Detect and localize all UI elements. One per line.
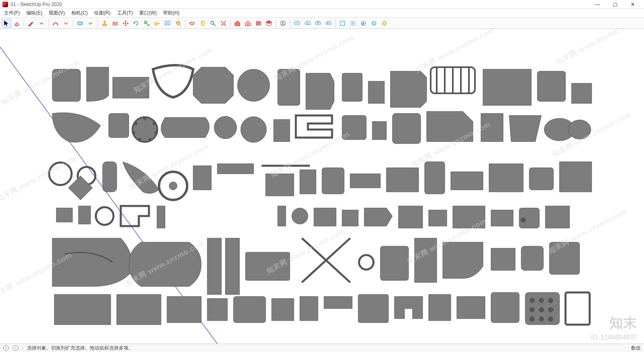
svg-rect-21 (368, 81, 384, 103)
close-button[interactable]: ✕ (624, 0, 642, 9)
svg-rect-10 (341, 21, 345, 25)
svg-rect-62 (529, 168, 553, 190)
svg-rect-43 (342, 115, 366, 140)
svg-point-103 (548, 307, 553, 312)
svg-rect-45 (392, 113, 421, 144)
settings-tool-2[interactable] (380, 19, 389, 28)
warehouse-share-tool[interactable] (243, 19, 253, 28)
menu-file[interactable]: 文件(F) (2, 9, 22, 17)
svg-rect-56 (266, 174, 294, 196)
menu-window[interactable]: 窗口(W) (137, 9, 159, 17)
shape-dropdown[interactable] (86, 19, 95, 28)
svg-rect-94 (429, 294, 451, 321)
toolbar-separator (24, 19, 24, 27)
menu-draw[interactable]: 绘图(R) (92, 9, 113, 17)
toolbar-separator (335, 19, 336, 27)
svg-point-48 (568, 120, 591, 139)
offset-tool[interactable] (110, 19, 120, 28)
orbit-tool[interactable] (187, 19, 197, 28)
svg-rect-90 (272, 298, 294, 321)
svg-rect-77 (207, 238, 221, 294)
toolbar-separator (97, 19, 98, 27)
svg-rect-57 (300, 170, 316, 194)
info-icon[interactable]: ? (3, 345, 9, 351)
main-toolbar: A1 (0, 18, 644, 29)
maximize-button[interactable]: ▢ (606, 0, 624, 9)
shape-tool[interactable] (75, 19, 85, 28)
warehouse-tool[interactable] (233, 19, 242, 28)
help-icon[interactable]: i (13, 345, 19, 351)
svg-rect-42 (274, 119, 290, 142)
svg-rect-84 (415, 238, 437, 282)
tape-measure-tool[interactable] (152, 19, 162, 28)
svg-rect-44 (372, 121, 386, 140)
measurement-label: 数值 (631, 345, 641, 352)
svg-rect-30 (109, 113, 129, 138)
svg-rect-55 (217, 164, 254, 174)
status-bar: ? i 选择对象。切换到扩充选择。拖动鼠标选择多项。 数值 (0, 344, 644, 352)
svg-point-102 (539, 307, 544, 312)
svg-point-104 (530, 317, 535, 321)
svg-rect-58 (322, 168, 344, 194)
trimble-download-tool[interactable] (324, 19, 333, 28)
menu-help[interactable]: 帮助(H) (161, 9, 182, 17)
geo-tool-3[interactable] (359, 19, 368, 28)
menu-view[interactable]: 视图(V) (46, 9, 67, 17)
zoom-extents-tool[interactable] (219, 19, 228, 28)
minimize-button[interactable]: — (588, 0, 606, 9)
svg-rect-96 (491, 292, 519, 323)
app-icon (2, 2, 8, 7)
svg-rect-70 (342, 210, 358, 226)
toolbar-separator (276, 19, 276, 27)
svg-rect-19 (278, 69, 300, 105)
move-tool[interactable] (121, 19, 130, 28)
pan-tool[interactable] (198, 19, 207, 28)
arc-tool[interactable] (51, 19, 60, 28)
pushpull-tool[interactable] (100, 19, 109, 28)
svg-rect-46 (481, 113, 503, 142)
line-dropdown[interactable] (37, 19, 46, 28)
line-tool[interactable] (26, 19, 36, 28)
trimble-search-tool[interactable] (303, 19, 312, 28)
svg-rect-67 (278, 206, 286, 226)
scale-tool[interactable] (142, 19, 151, 28)
svg-point-68 (292, 208, 308, 224)
geo-tool-2[interactable] (348, 19, 358, 28)
svg-rect-87 (549, 242, 580, 274)
svg-rect-63 (56, 208, 72, 222)
menu-camera[interactable]: 相机(C) (69, 9, 90, 17)
settings-tool-1[interactable] (369, 19, 379, 28)
select-tool[interactable] (2, 19, 11, 28)
user-profile-tool[interactable] (278, 19, 288, 28)
svg-point-12 (352, 22, 354, 24)
svg-point-98 (530, 298, 535, 303)
geo-tool-1[interactable] (338, 19, 347, 28)
svg-point-100 (548, 298, 553, 303)
svg-rect-92 (324, 296, 352, 309)
menu-edit[interactable]: 编辑(E) (24, 9, 45, 17)
viewport[interactable]: 知末网 www.znzmo.com 知末网 www.znzmo.com 知末网 … (0, 29, 644, 344)
svg-point-3 (191, 22, 193, 25)
arc-dropdown[interactable] (61, 19, 71, 28)
rotate-tool[interactable] (131, 19, 141, 28)
svg-text:A1: A1 (166, 21, 169, 24)
svg-rect-29 (572, 83, 592, 103)
zoom-tool[interactable] (208, 19, 218, 28)
svg-point-105 (539, 317, 544, 321)
extension-manager-tool[interactable] (254, 19, 263, 28)
menu-tools[interactable]: 工具(T) (115, 9, 135, 17)
svg-rect-60 (425, 162, 445, 194)
trimble-link-tool[interactable] (292, 19, 302, 28)
paint-bucket-tool[interactable] (173, 19, 183, 28)
svg-rect-51 (103, 162, 117, 192)
svg-point-39 (134, 122, 137, 125)
window-title: 01 - SketchUp Pro 2020 (10, 2, 62, 7)
text-tool[interactable]: A1 (163, 19, 172, 28)
trimble-upload-tool[interactable] (313, 19, 323, 28)
svg-point-99 (539, 298, 544, 303)
eraser-tool[interactable] (12, 19, 22, 28)
svg-point-106 (548, 317, 553, 321)
svg-point-65 (96, 207, 114, 225)
svg-rect-20 (342, 73, 362, 101)
extension-warehouse-tool[interactable] (264, 19, 274, 28)
